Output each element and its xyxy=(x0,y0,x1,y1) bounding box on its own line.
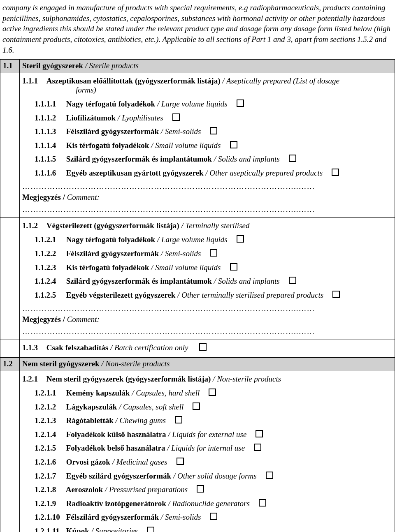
subsection-1-1-1-title-hu: Aszeptikusan előállítottak (gyógyszerfor… xyxy=(46,76,221,85)
checkbox-icon[interactable] xyxy=(289,277,296,284)
aseptic-item: 1.1.1.4 Kis térfogatú folyadékok / Small… xyxy=(22,139,392,153)
nonsterile-item: 1.2.1.3 Rágótabletták / Chewing gums xyxy=(22,414,392,428)
section-1-2-number: 1.2 xyxy=(0,358,20,371)
sep: / xyxy=(212,277,218,285)
nonsterile-item: 1.2.1.8 Aeroszolok / Pressurised prepara… xyxy=(22,483,392,497)
checkbox-icon[interactable] xyxy=(259,499,266,507)
item-number: 1.2.1.2 xyxy=(35,401,64,413)
item-label-hu: Szilárd gyógyszerformák és implantátumok xyxy=(64,277,212,285)
nonsterile-item: 1.2.1.1 Kemény kapszulák / Capsules, har… xyxy=(22,386,392,400)
sep: / xyxy=(175,291,181,299)
item-label-hu: Aeroszolok xyxy=(64,485,103,494)
sep: / xyxy=(149,263,155,272)
checkbox-icon[interactable] xyxy=(332,169,339,176)
item-number: 1.2.1.3 xyxy=(35,415,64,426)
dotted-line: ………………………………………………………………………………………..…… xyxy=(22,325,392,337)
item-label-hu: Kis térfogatú folyadékok xyxy=(64,141,149,150)
checkbox-icon[interactable] xyxy=(175,416,182,423)
sep: / xyxy=(99,359,105,368)
item-label-hu: Egyéb szilárd gyógyszerformák xyxy=(64,472,171,480)
item-label-hu: Nagy térfogatú folyadékok xyxy=(64,235,155,244)
checkbox-icon[interactable] xyxy=(266,472,273,479)
checkbox-icon[interactable] xyxy=(237,99,244,107)
item-label-hu: Félszilárd gyógyszerformák xyxy=(64,249,159,258)
item-label-en: Other solid dosage forms xyxy=(177,472,257,480)
dotted-line: ………………………………………………………………………………………..…… xyxy=(22,302,392,314)
subsection-1-1-1-number: 1.1.1 xyxy=(22,76,44,86)
section-1-2-title: Nem steril gyógyszerek / Non-sterile pro… xyxy=(20,358,395,371)
nonsterile-item: 1.2.1.2 Lágykapszulák / Capsules, soft s… xyxy=(22,400,392,414)
item-label-en: Small volume liquids xyxy=(155,263,221,272)
checkbox-icon[interactable] xyxy=(199,343,207,351)
checkbox-icon[interactable] xyxy=(332,291,340,298)
checkbox-icon[interactable] xyxy=(172,113,180,121)
item-label-hu: Folyadékok külső használatra xyxy=(64,430,166,439)
checkbox-icon[interactable] xyxy=(209,389,216,396)
dotted-line: ………………………………………………………………………………………..…… xyxy=(22,203,392,215)
checkbox-icon[interactable] xyxy=(210,513,217,520)
item-number: 1.2.1.4 xyxy=(35,429,64,440)
nonsterile-item: 1.2.1.11 Kúpok / Suppositories xyxy=(22,524,392,532)
item-label-hu: Orvosi gázok xyxy=(64,458,110,466)
checkbox-icon[interactable] xyxy=(289,155,296,162)
sep: / xyxy=(103,485,109,494)
intro-paragraph: company is engaged in manufacture of pro… xyxy=(0,0,395,59)
terminal-item: 1.1.2.5 Egyéb végsterilezett gyógyszerek… xyxy=(22,288,392,302)
item-label-en: Capsules, soft shell xyxy=(123,402,184,411)
section-1-1-title-en: Sterile products xyxy=(89,61,139,70)
checkbox-icon[interactable] xyxy=(147,527,154,532)
comment-en: Comment: xyxy=(67,315,100,324)
subsection-1-2-1-number: 1.2.1 xyxy=(22,375,44,384)
comment-label: Megjegyzés / Comment: xyxy=(22,314,392,325)
aseptic-item: 1.1.1.6 Egyéb aszeptikusan gyártott gyóg… xyxy=(22,166,392,180)
sep: / xyxy=(159,513,165,521)
sep: / xyxy=(61,315,67,324)
item-number: 1.1.1.6 xyxy=(35,167,64,179)
subsection-1-1-2-heading: 1.1.2 Végsterilezett (gyógyszerformák li… xyxy=(22,220,392,233)
checkbox-icon[interactable] xyxy=(177,458,184,465)
item-label-hu: Radioaktív izotópgenerátorok xyxy=(64,499,166,508)
terminal-item: 1.1.2.2 Félszilárd gyógyszerformák / Sem… xyxy=(22,247,392,261)
item-number: 1.2.1.8 xyxy=(35,484,64,495)
item-label-hu: Kis térfogatú folyadékok xyxy=(64,263,149,272)
comment-en: Comment: xyxy=(67,193,100,201)
subsection-1-1-2-title-hu: Végsterilezett (gyógyszerformák listája) xyxy=(46,221,179,230)
item-label-en: Other aseptically prepared products xyxy=(209,169,323,177)
checkbox-icon[interactable] xyxy=(256,430,263,437)
section-1-2-header: 1.2 Nem steril gyógyszerek / Non-sterile… xyxy=(0,358,395,371)
sep: / xyxy=(130,389,136,397)
item-label-en: Radionuclide generators xyxy=(172,499,249,508)
subsection-1-1-2-number: 1.1.2 xyxy=(22,221,44,230)
item-label-en: Semi-solids xyxy=(165,513,201,521)
item-label-en: Solids and implants xyxy=(218,277,280,285)
checkbox-icon[interactable] xyxy=(210,249,217,257)
sep: / xyxy=(166,430,172,439)
subsection-1-1-3-number: 1.1.3 xyxy=(22,343,44,352)
checkbox-icon[interactable] xyxy=(230,141,237,148)
item-label-en: Other terminally sterilised prepared pro… xyxy=(181,291,323,299)
item-number: 1.2.1.1 xyxy=(35,387,64,399)
dotted-line: ………………………………………………………………………………………..…… xyxy=(22,180,392,192)
nonsterile-item: 1.2.1.5 Folyadékok belső használatra / L… xyxy=(22,441,392,455)
item-number: 1.1.2.5 xyxy=(35,289,64,301)
item-label-hu: Kemény kapszulák xyxy=(64,389,130,397)
item-label-en: Lyophilisates xyxy=(122,113,163,122)
nonsterile-item: 1.2.1.7 Egyéb szilárd gyógyszerformák / … xyxy=(22,469,392,483)
item-label-hu: Szilárd gyógyszerformák és implantátumok xyxy=(64,155,212,163)
checkbox-icon[interactable] xyxy=(237,235,244,243)
item-number: 1.2.1.7 xyxy=(35,470,64,482)
sep: / xyxy=(155,235,161,244)
item-number: 1.1.2.1 xyxy=(35,234,64,245)
sep: / xyxy=(114,416,120,425)
checkbox-icon[interactable] xyxy=(210,127,217,134)
checkbox-icon[interactable] xyxy=(230,263,237,271)
item-number: 1.2.1.6 xyxy=(35,456,64,468)
comment-hu: Megjegyzés xyxy=(22,193,61,201)
item-label-hu: Liofilizátumok xyxy=(64,113,116,122)
checkbox-icon[interactable] xyxy=(193,402,200,410)
checkbox-icon[interactable] xyxy=(197,485,204,493)
subsection-1-1-1-title-en-b: forms) xyxy=(22,86,392,95)
section-1-1-title: Steril gyógyszerek / Sterile products xyxy=(20,60,395,73)
checkbox-icon[interactable] xyxy=(254,444,261,451)
item-label-en: Medicinal gases xyxy=(116,458,167,466)
